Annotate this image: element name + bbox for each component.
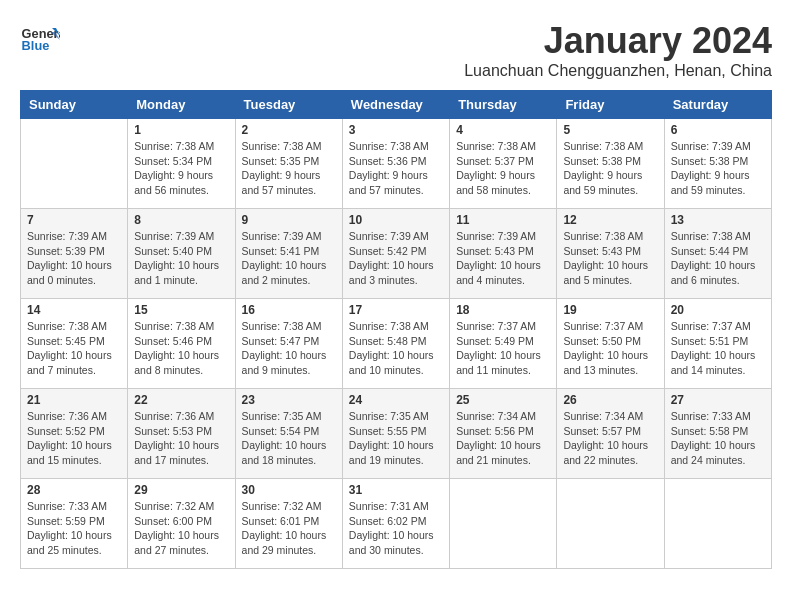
calendar-cell: 23Sunrise: 7:35 AM Sunset: 5:54 PM Dayli…	[235, 389, 342, 479]
calendar-week-row: 7Sunrise: 7:39 AM Sunset: 5:39 PM Daylig…	[21, 209, 772, 299]
day-number: 18	[456, 303, 550, 317]
weekday-header-monday: Monday	[128, 91, 235, 119]
day-info: Sunrise: 7:32 AM Sunset: 6:00 PM Dayligh…	[134, 499, 228, 558]
day-info: Sunrise: 7:37 AM Sunset: 5:49 PM Dayligh…	[456, 319, 550, 378]
day-number: 27	[671, 393, 765, 407]
calendar-week-row: 1Sunrise: 7:38 AM Sunset: 5:34 PM Daylig…	[21, 119, 772, 209]
day-number: 17	[349, 303, 443, 317]
calendar-cell: 17Sunrise: 7:38 AM Sunset: 5:48 PM Dayli…	[342, 299, 449, 389]
location: Luanchuan Chengguanzhen, Henan, China	[464, 62, 772, 80]
day-number: 12	[563, 213, 657, 227]
calendar-cell: 4Sunrise: 7:38 AM Sunset: 5:37 PM Daylig…	[450, 119, 557, 209]
day-number: 29	[134, 483, 228, 497]
calendar-week-row: 14Sunrise: 7:38 AM Sunset: 5:45 PM Dayli…	[21, 299, 772, 389]
day-info: Sunrise: 7:38 AM Sunset: 5:46 PM Dayligh…	[134, 319, 228, 378]
day-info: Sunrise: 7:38 AM Sunset: 5:48 PM Dayligh…	[349, 319, 443, 378]
calendar-cell: 26Sunrise: 7:34 AM Sunset: 5:57 PM Dayli…	[557, 389, 664, 479]
day-info: Sunrise: 7:33 AM Sunset: 5:58 PM Dayligh…	[671, 409, 765, 468]
month-title: January 2024	[464, 20, 772, 62]
day-number: 15	[134, 303, 228, 317]
day-info: Sunrise: 7:37 AM Sunset: 5:50 PM Dayligh…	[563, 319, 657, 378]
calendar-cell: 10Sunrise: 7:39 AM Sunset: 5:42 PM Dayli…	[342, 209, 449, 299]
day-info: Sunrise: 7:38 AM Sunset: 5:45 PM Dayligh…	[27, 319, 121, 378]
calendar-cell: 13Sunrise: 7:38 AM Sunset: 5:44 PM Dayli…	[664, 209, 771, 299]
weekday-header-wednesday: Wednesday	[342, 91, 449, 119]
day-number: 14	[27, 303, 121, 317]
weekday-header-row: SundayMondayTuesdayWednesdayThursdayFrid…	[21, 91, 772, 119]
calendar-cell: 31Sunrise: 7:31 AM Sunset: 6:02 PM Dayli…	[342, 479, 449, 569]
day-info: Sunrise: 7:38 AM Sunset: 5:34 PM Dayligh…	[134, 139, 228, 198]
day-number: 30	[242, 483, 336, 497]
day-number: 26	[563, 393, 657, 407]
calendar-cell	[21, 119, 128, 209]
day-info: Sunrise: 7:38 AM Sunset: 5:43 PM Dayligh…	[563, 229, 657, 288]
day-number: 25	[456, 393, 550, 407]
day-number: 16	[242, 303, 336, 317]
day-info: Sunrise: 7:34 AM Sunset: 5:57 PM Dayligh…	[563, 409, 657, 468]
logo-icon: General Blue	[20, 20, 60, 60]
day-info: Sunrise: 7:35 AM Sunset: 5:54 PM Dayligh…	[242, 409, 336, 468]
day-info: Sunrise: 7:38 AM Sunset: 5:47 PM Dayligh…	[242, 319, 336, 378]
calendar-cell: 20Sunrise: 7:37 AM Sunset: 5:51 PM Dayli…	[664, 299, 771, 389]
day-number: 31	[349, 483, 443, 497]
day-info: Sunrise: 7:31 AM Sunset: 6:02 PM Dayligh…	[349, 499, 443, 558]
day-number: 1	[134, 123, 228, 137]
calendar-cell: 8Sunrise: 7:39 AM Sunset: 5:40 PM Daylig…	[128, 209, 235, 299]
day-number: 10	[349, 213, 443, 227]
day-info: Sunrise: 7:32 AM Sunset: 6:01 PM Dayligh…	[242, 499, 336, 558]
day-info: Sunrise: 7:38 AM Sunset: 5:35 PM Dayligh…	[242, 139, 336, 198]
weekday-header-saturday: Saturday	[664, 91, 771, 119]
day-info: Sunrise: 7:39 AM Sunset: 5:40 PM Dayligh…	[134, 229, 228, 288]
weekday-header-sunday: Sunday	[21, 91, 128, 119]
day-number: 9	[242, 213, 336, 227]
day-number: 2	[242, 123, 336, 137]
day-number: 23	[242, 393, 336, 407]
calendar-cell	[450, 479, 557, 569]
day-info: Sunrise: 7:39 AM Sunset: 5:39 PM Dayligh…	[27, 229, 121, 288]
day-number: 21	[27, 393, 121, 407]
day-number: 4	[456, 123, 550, 137]
calendar-cell: 16Sunrise: 7:38 AM Sunset: 5:47 PM Dayli…	[235, 299, 342, 389]
day-number: 3	[349, 123, 443, 137]
day-info: Sunrise: 7:36 AM Sunset: 5:53 PM Dayligh…	[134, 409, 228, 468]
day-number: 7	[27, 213, 121, 227]
calendar-cell	[664, 479, 771, 569]
calendar-table: SundayMondayTuesdayWednesdayThursdayFrid…	[20, 90, 772, 569]
calendar-cell: 25Sunrise: 7:34 AM Sunset: 5:56 PM Dayli…	[450, 389, 557, 479]
calendar-cell: 29Sunrise: 7:32 AM Sunset: 6:00 PM Dayli…	[128, 479, 235, 569]
day-number: 11	[456, 213, 550, 227]
day-info: Sunrise: 7:33 AM Sunset: 5:59 PM Dayligh…	[27, 499, 121, 558]
calendar-cell	[557, 479, 664, 569]
day-info: Sunrise: 7:39 AM Sunset: 5:43 PM Dayligh…	[456, 229, 550, 288]
day-info: Sunrise: 7:37 AM Sunset: 5:51 PM Dayligh…	[671, 319, 765, 378]
calendar-cell: 19Sunrise: 7:37 AM Sunset: 5:50 PM Dayli…	[557, 299, 664, 389]
day-number: 5	[563, 123, 657, 137]
calendar-cell: 15Sunrise: 7:38 AM Sunset: 5:46 PM Dayli…	[128, 299, 235, 389]
calendar-cell: 5Sunrise: 7:38 AM Sunset: 5:38 PM Daylig…	[557, 119, 664, 209]
day-number: 22	[134, 393, 228, 407]
day-info: Sunrise: 7:38 AM Sunset: 5:38 PM Dayligh…	[563, 139, 657, 198]
calendar-cell: 2Sunrise: 7:38 AM Sunset: 5:35 PM Daylig…	[235, 119, 342, 209]
calendar-cell: 28Sunrise: 7:33 AM Sunset: 5:59 PM Dayli…	[21, 479, 128, 569]
day-info: Sunrise: 7:34 AM Sunset: 5:56 PM Dayligh…	[456, 409, 550, 468]
day-info: Sunrise: 7:35 AM Sunset: 5:55 PM Dayligh…	[349, 409, 443, 468]
title-block: January 2024 Luanchuan Chengguanzhen, He…	[464, 20, 772, 80]
calendar-cell: 14Sunrise: 7:38 AM Sunset: 5:45 PM Dayli…	[21, 299, 128, 389]
calendar-cell: 30Sunrise: 7:32 AM Sunset: 6:01 PM Dayli…	[235, 479, 342, 569]
page-header: General Blue January 2024 Luanchuan Chen…	[20, 20, 772, 80]
day-number: 24	[349, 393, 443, 407]
calendar-cell: 7Sunrise: 7:39 AM Sunset: 5:39 PM Daylig…	[21, 209, 128, 299]
day-info: Sunrise: 7:39 AM Sunset: 5:42 PM Dayligh…	[349, 229, 443, 288]
weekday-header-friday: Friday	[557, 91, 664, 119]
calendar-cell: 21Sunrise: 7:36 AM Sunset: 5:52 PM Dayli…	[21, 389, 128, 479]
day-info: Sunrise: 7:38 AM Sunset: 5:37 PM Dayligh…	[456, 139, 550, 198]
calendar-week-row: 28Sunrise: 7:33 AM Sunset: 5:59 PM Dayli…	[21, 479, 772, 569]
calendar-cell: 22Sunrise: 7:36 AM Sunset: 5:53 PM Dayli…	[128, 389, 235, 479]
calendar-cell: 12Sunrise: 7:38 AM Sunset: 5:43 PM Dayli…	[557, 209, 664, 299]
calendar-cell: 18Sunrise: 7:37 AM Sunset: 5:49 PM Dayli…	[450, 299, 557, 389]
calendar-cell: 9Sunrise: 7:39 AM Sunset: 5:41 PM Daylig…	[235, 209, 342, 299]
svg-text:Blue: Blue	[22, 38, 50, 53]
calendar-cell: 24Sunrise: 7:35 AM Sunset: 5:55 PM Dayli…	[342, 389, 449, 479]
day-number: 6	[671, 123, 765, 137]
calendar-cell: 1Sunrise: 7:38 AM Sunset: 5:34 PM Daylig…	[128, 119, 235, 209]
